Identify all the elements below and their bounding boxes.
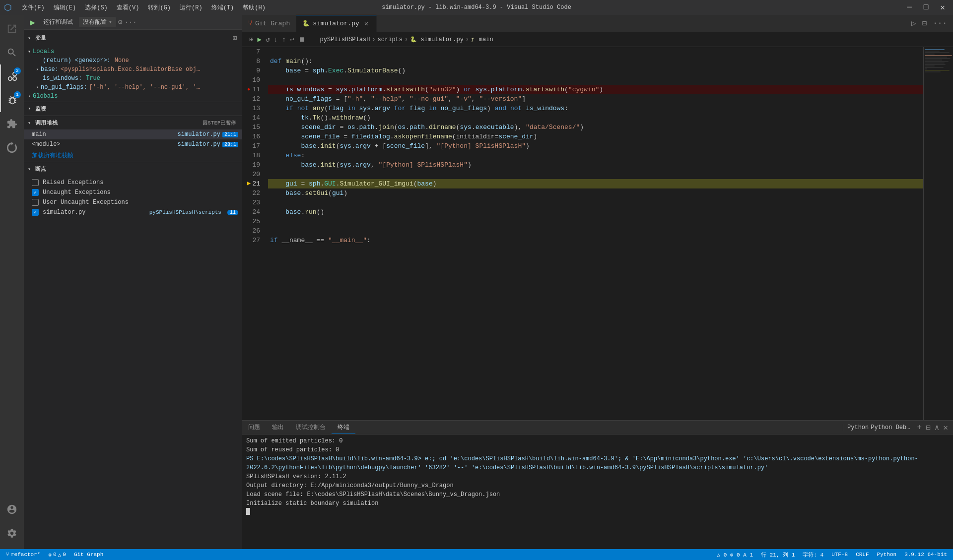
- callstack-load-more[interactable]: 加载所有堆栈帧: [24, 149, 242, 162]
- code-content[interactable]: def main (): base = sph . Exec . Simulat…: [268, 47, 923, 420]
- panel-tab-output[interactable]: 输出: [266, 421, 290, 434]
- code-editor[interactable]: 7 8 9 10 ● 11 12 13 14 15 16 17 18 19 20…: [242, 47, 953, 420]
- bp-simulator-checkbox[interactable]: [32, 209, 39, 216]
- terminal-python-session[interactable]: Python: [847, 424, 869, 431]
- var-base-group[interactable]: › base: <pysplishsplash.Exec.SimulatorBa…: [24, 65, 242, 74]
- menu-select[interactable]: 选择(S): [81, 2, 112, 13]
- status-git-branch[interactable]: ⑂ refactor*: [4, 552, 42, 558]
- breadcrumb-workspace[interactable]: pySPlisHSPlasH: [320, 36, 370, 43]
- breadcrumb-scripts[interactable]: scripts: [378, 36, 403, 43]
- menu-terminal[interactable]: 终端(T): [207, 2, 238, 13]
- status-encoding[interactable]: 字符: 4: [801, 551, 825, 559]
- tab-bar-split-icon[interactable]: ⊟: [920, 16, 929, 30]
- tab-simulator-close-button[interactable]: ✕: [362, 20, 370, 28]
- activity-explorer[interactable]: [0, 17, 24, 41]
- status-csdn[interactable]: 3.9.12 64-bit: [902, 552, 949, 558]
- callstack-header[interactable]: ▾ 调用堆栈 因STEP已暂停: [24, 116, 242, 129]
- status-position-label: △ 0 ⊗ 0 A 1: [717, 552, 753, 558]
- debug-gear-icon[interactable]: ⚙: [118, 18, 122, 26]
- code-line-24: base . run (): [268, 207, 923, 217]
- locals-group[interactable]: ▾ Locals: [24, 47, 242, 56]
- activity-search[interactable]: [0, 41, 24, 64]
- menu-file[interactable]: 文件(F): [18, 2, 49, 13]
- breadcrumb-step-over-icon[interactable]: ↓: [272, 35, 278, 45]
- activity-test[interactable]: [0, 136, 24, 160]
- terminal-python-debug-session[interactable]: Python Deb…: [871, 424, 910, 431]
- activity-settings[interactable]: [0, 521, 24, 545]
- line-12: 12: [246, 94, 264, 104]
- breakpoint-simulator-py[interactable]: simulator.py pySPlisHSPlasH\scripts 11: [24, 207, 242, 217]
- breakpoint-raised-exceptions[interactable]: Raised Exceptions: [24, 178, 242, 187]
- panel-close-icon[interactable]: ✕: [942, 422, 949, 434]
- status-python-version[interactable]: Python: [875, 552, 899, 558]
- terminal-content[interactable]: Sum of emitted particles: 0 Sum of reuse…: [242, 435, 953, 549]
- panel-tab-problems[interactable]: 问题: [242, 421, 266, 434]
- breakpoint-uncaught-exceptions[interactable]: Uncaught Exceptions: [24, 187, 242, 197]
- status-chars[interactable]: 行 21, 列 1: [759, 551, 797, 559]
- breadcrumb-nav-icon1[interactable]: ⊞: [248, 34, 254, 45]
- title-bar-left: ⬡ 文件(F) 编辑(E) 选择(S) 查看(V) 转到(G) 运行(R) 终端…: [4, 2, 270, 13]
- bp-raised-checkbox[interactable]: [32, 179, 39, 186]
- activity-extensions[interactable]: [0, 112, 24, 136]
- tab-simulator-py[interactable]: 🐍 simulator.py ✕: [296, 15, 377, 32]
- globals-group[interactable]: › Globals: [24, 92, 242, 101]
- terminal-selector[interactable]: Python Python Deb…: [843, 424, 914, 431]
- run-debug-button[interactable]: ▷: [909, 16, 918, 30]
- tab-bar-more-icon[interactable]: ···: [931, 17, 949, 30]
- breakpoint-user-uncaught[interactable]: User Uncaught Exceptions: [24, 197, 242, 207]
- breadcrumb-restart-icon[interactable]: ↺: [265, 34, 271, 45]
- callstack-item-main[interactable]: main simulator.py 21:1: [24, 129, 242, 139]
- panel-tab-terminal[interactable]: 终端: [332, 421, 355, 434]
- minimize-button[interactable]: ─: [903, 1, 916, 14]
- panel-split-terminal-icon[interactable]: ⊟: [925, 422, 932, 434]
- breadcrumb-function[interactable]: ƒ main: [471, 36, 493, 43]
- callstack-item-main-line: 21:1: [222, 132, 238, 137]
- code-line-21: gui = sph . GUI . Simulator_GUI_imgui ( …: [268, 179, 923, 188]
- activity-scm[interactable]: 2: [0, 64, 24, 88]
- var-no-gui-name: no_gui_flags:: [41, 84, 87, 91]
- breadcrumb-stop-icon[interactable]: ⏹: [297, 35, 306, 45]
- debug-config-selector[interactable]: 没有配置 ▾: [79, 17, 116, 27]
- menu-help[interactable]: 帮助(H): [239, 2, 270, 13]
- breadcrumb-step-out-icon[interactable]: ↩: [289, 34, 295, 45]
- minimap-line-5: [925, 55, 952, 56]
- panel-tab-debug-console[interactable]: 调试控制台: [290, 421, 332, 434]
- tab-git-graph[interactable]: ⑂ Git Graph: [242, 15, 296, 32]
- status-errors[interactable]: ⊗ 0 △ 0: [46, 552, 68, 558]
- status-position[interactable]: △ 0 ⊗ 0 A 1: [715, 552, 755, 558]
- minimap-line-7: [925, 58, 951, 59]
- bp-uncaught-checkbox[interactable]: [32, 189, 39, 196]
- callstack-item-module-name: <module>: [32, 141, 61, 148]
- menu-view[interactable]: 查看(V): [113, 2, 143, 13]
- status-line-ending[interactable]: UTF-8: [829, 552, 850, 558]
- minimap-line-14: [925, 68, 927, 69]
- breadcrumb-step-into-icon[interactable]: ↑: [281, 35, 287, 45]
- variables-content: ▾ Locals (return) <genexpr>: None › base…: [24, 46, 242, 102]
- variables-header[interactable]: ▾ 变量 ⊡: [24, 30, 242, 46]
- variables-collapse-icon[interactable]: ⊡: [232, 33, 238, 43]
- menu-goto[interactable]: 转到(G): [144, 2, 175, 13]
- menu-run[interactable]: 运行(R): [176, 2, 206, 13]
- var-return[interactable]: (return) <genexpr>: None: [24, 56, 242, 65]
- line-17: 17: [246, 141, 264, 151]
- close-button[interactable]: ✕: [936, 0, 949, 14]
- var-no-gui-flags[interactable]: › no_gui_flags: ['-h', '--help', '--no-g…: [24, 83, 242, 92]
- activity-debug[interactable]: 1: [0, 88, 24, 112]
- breadcrumb-file[interactable]: 🐍 simulator.py: [410, 36, 464, 43]
- status-language[interactable]: CRLF: [854, 552, 871, 558]
- maximize-button[interactable]: □: [920, 1, 933, 14]
- breadcrumb-play-icon[interactable]: ▶: [256, 34, 262, 45]
- menu-edit[interactable]: 编辑(E): [50, 2, 80, 13]
- debug-more-icon[interactable]: ···: [125, 18, 137, 26]
- var-is-windows[interactable]: is_windows: True: [24, 74, 242, 83]
- status-git-graph[interactable]: Git Graph: [72, 552, 105, 558]
- minimap-content: [924, 47, 953, 75]
- watch-header[interactable]: › 监视: [24, 102, 242, 116]
- debug-play-button[interactable]: ▶: [28, 16, 37, 29]
- panel-add-terminal-icon[interactable]: +: [916, 422, 923, 433]
- bp-user-uncaught-checkbox[interactable]: [32, 199, 39, 206]
- panel-maximize-icon[interactable]: ∧: [934, 422, 941, 434]
- callstack-item-module[interactable]: <module> simulator.py 28:1: [24, 139, 242, 149]
- activity-account[interactable]: [0, 498, 24, 521]
- breakpoints-header[interactable]: ▾ 断点: [24, 162, 242, 176]
